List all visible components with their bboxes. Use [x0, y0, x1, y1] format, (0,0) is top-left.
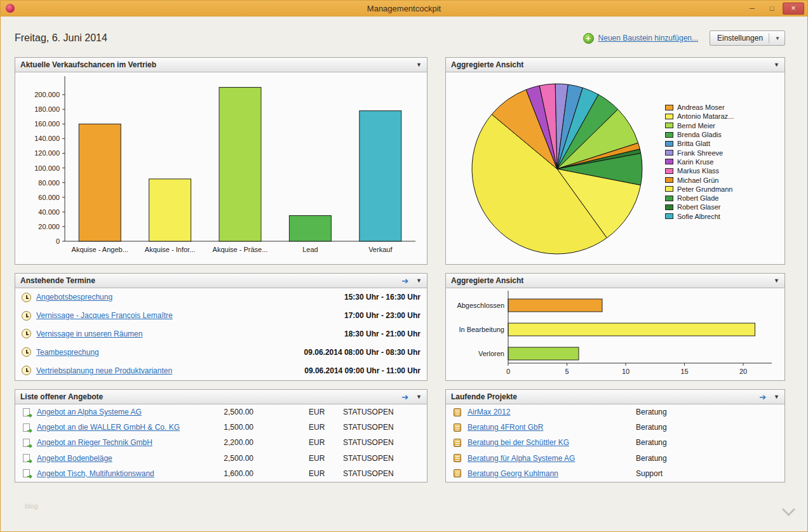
legend-item: Robert Glaser	[665, 203, 734, 211]
dropdown-caret-icon[interactable]: ▼	[774, 62, 779, 68]
settings-button[interactable]: Einstellungen ▼	[710, 30, 785, 46]
clock-icon	[22, 366, 31, 375]
scroll-down-icon[interactable]	[783, 505, 793, 515]
panel-aggregated-pie: Aggregierte Ansicht ▼ Andreas Moser Anto…	[445, 57, 785, 265]
offer-link[interactable]: Angebot an Rieger Technik GmbH	[37, 438, 152, 447]
dropdown-caret-icon[interactable]: ▼	[416, 394, 422, 400]
svg-text:5: 5	[565, 368, 569, 375]
offer-status: STATUSOPEN	[343, 423, 421, 432]
offer-amount: 2,200.00	[205, 438, 253, 447]
project-link[interactable]: Beratung Georg Kuhlmann	[468, 469, 558, 478]
svg-text:Verloren: Verloren	[478, 350, 504, 357]
appointment-time: 09.06.2014 09:00 Uhr - 11:00 Uhr	[304, 366, 421, 375]
legend-label: Brenda Gladis	[677, 131, 722, 138]
add-baustein-link[interactable]: + Neuen Baustein hinzufügen...	[583, 33, 698, 44]
project-row: Beratung bei der Schüttler KG Beratung	[446, 435, 784, 450]
legend-item: Antonio Mataraz...	[665, 112, 734, 121]
status-bar-chart: AbgeschlossenIn BearbeitungVerloren05101…	[446, 288, 784, 380]
window-title: Managementcockpit	[1, 4, 807, 13]
project-type: Support	[636, 469, 778, 478]
dropdown-caret-icon[interactable]: ▼	[416, 277, 422, 284]
chevron-down-icon[interactable]: ▼	[775, 36, 780, 41]
offer-currency: EUR	[309, 454, 343, 463]
open-panel-arrow-icon[interactable]: ➔	[759, 392, 766, 402]
project-type: Beratung	[636, 423, 778, 432]
legend-swatch	[665, 105, 673, 110]
legend-label: Markus Klass	[677, 167, 719, 175]
offer-link[interactable]: Angebot an die WALLER GmbH & Co. KG	[37, 423, 180, 432]
offer-row: Angebot Tisch, Multifunktionswand 1,600.…	[15, 466, 427, 481]
offer-link[interactable]: Angebot Tisch, Multifunktionswand	[37, 469, 154, 478]
add-baustein-label: Neuen Baustein hinzufügen...	[598, 34, 698, 43]
appointment-row: Vertriebsplanung neue Produktvarianten 0…	[15, 361, 427, 380]
legend-swatch	[665, 196, 673, 201]
appointment-link[interactable]: Vernissage - Jacques François Lemaître	[36, 311, 173, 320]
panel-projects: Laufende Projekte ➔ ▼ AirMax 2012 Beratu…	[445, 389, 785, 482]
panel-header-pie: Aggregierte Ansicht ▼	[446, 58, 784, 72]
panel-header-appointments: Anstehende Termine ➔ ▼	[15, 274, 427, 288]
dropdown-caret-icon[interactable]: ▼	[774, 277, 779, 284]
svg-text:10: 10	[622, 368, 630, 375]
plus-icon: +	[583, 33, 594, 44]
offer-row: Angebot an die WALLER GmbH & Co. KG 1,50…	[15, 420, 427, 435]
appointment-link[interactable]: Angebotsbesprechung	[36, 293, 112, 302]
project-link[interactable]: Beratung 4FRont GbR	[468, 423, 543, 432]
appointment-time: 18:30 Uhr - 21:00 Uhr	[344, 329, 421, 338]
project-link[interactable]: Beratung bei der Schüttler KG	[468, 438, 569, 447]
appointment-row: Vernissage - Jacques François Lemaître 1…	[15, 307, 427, 325]
legend-swatch	[665, 159, 673, 164]
open-panel-arrow-icon[interactable]: ➔	[401, 276, 408, 286]
notebook-icon	[454, 423, 461, 432]
panel-header-projects: Laufende Projekte ➔ ▼	[446, 390, 784, 404]
legend-label: Robert Glade	[677, 194, 718, 202]
svg-text:0: 0	[56, 237, 60, 245]
titlebar: Managementcockpit ─ □ ×	[1, 1, 807, 17]
legend-swatch	[665, 177, 673, 183]
clock-icon	[22, 293, 31, 302]
svg-text:Akquise - Präse...: Akquise - Präse...	[213, 246, 268, 253]
legend-swatch	[665, 114, 673, 119]
svg-text:Lead: Lead	[302, 246, 318, 253]
app-icon	[6, 4, 15, 13]
svg-text:100.000: 100.000	[34, 164, 60, 172]
appointment-link[interactable]: Vernissage in unseren Räumen	[36, 329, 142, 338]
close-button[interactable]: ×	[783, 3, 804, 15]
project-link[interactable]: AirMax 2012	[468, 408, 510, 416]
offer-status: STATUSOPEN	[343, 408, 421, 416]
svg-text:In Bearbeitung: In Bearbeitung	[459, 326, 504, 333]
legend-item: Markus Klass	[665, 166, 734, 175]
open-panel-arrow-icon[interactable]: ➔	[401, 392, 408, 402]
offer-status: STATUSOPEN	[343, 469, 421, 478]
legend-swatch	[665, 213, 673, 219]
offer-row: Angebot Bodenbeläge 2,500.00 EUR STATUSO…	[15, 451, 427, 466]
notebook-icon	[454, 408, 461, 416]
appointment-time: 17:00 Uhr - 23:00 Uhr	[344, 311, 421, 320]
offer-amount: 1,500.00	[205, 423, 253, 432]
offer-link[interactable]: Angebot an Alpha Systeme AG	[37, 408, 142, 416]
legend-label: Frank Shreeve	[677, 149, 723, 157]
sales-chart-body: 020.00040.00060.00080.000100.000120.0001…	[15, 72, 427, 264]
appointment-link[interactable]: Teambesprechung	[36, 348, 99, 357]
dropdown-caret-icon[interactable]: ▼	[416, 62, 422, 68]
svg-text:160.000: 160.000	[34, 120, 60, 128]
legend-label: Robert Glaser	[677, 203, 720, 211]
legend-label: Andreas Moser	[677, 103, 725, 111]
maximize-button[interactable]: □	[763, 3, 781, 15]
minimize-button[interactable]: ─	[743, 3, 761, 15]
document-arrow-icon	[23, 439, 30, 447]
project-link[interactable]: Beratung für Alpha Systeme AG	[468, 454, 575, 463]
pie-legend: Andreas Moser Antonio Mataraz... Bernd M…	[665, 103, 734, 221]
project-type: Beratung	[636, 454, 778, 463]
window-controls: ─ □ ×	[743, 3, 807, 15]
appointment-row: Teambesprechung 09.06.2014 08:00 Uhr - 0…	[15, 343, 427, 361]
dropdown-caret-icon[interactable]: ▼	[774, 394, 779, 400]
appointment-link[interactable]: Vertriebsplanung neue Produktvarianten	[36, 366, 172, 375]
panel-appointments: Anstehende Termine ➔ ▼ Angebotsbesprechu…	[15, 273, 428, 381]
offer-link[interactable]: Angebot Bodenbeläge	[37, 454, 112, 463]
svg-text:60.000: 60.000	[38, 194, 60, 201]
svg-text:Verkauf: Verkauf	[368, 246, 393, 253]
project-row: Beratung für Alpha Systeme AG Beratung	[446, 451, 784, 466]
legend-swatch	[665, 150, 673, 156]
svg-text:20.000: 20.000	[38, 223, 60, 230]
appointment-time: 09.06.2014 08:00 Uhr - 08:30 Uhr	[304, 348, 421, 357]
